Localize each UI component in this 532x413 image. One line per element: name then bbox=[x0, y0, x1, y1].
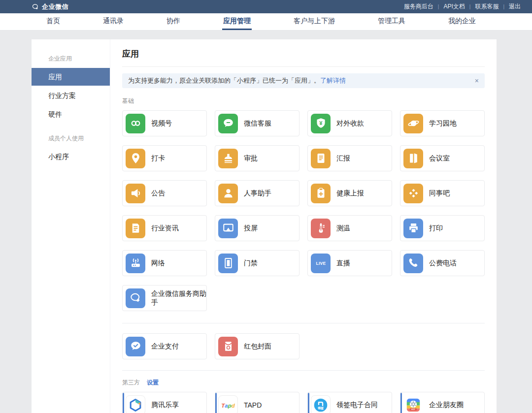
app-card-access-control[interactable]: 门禁 bbox=[215, 250, 299, 276]
app-card-colleague-bar[interactable]: 同事吧 bbox=[400, 180, 485, 206]
app-card-free-call[interactable]: 公费电话 bbox=[400, 250, 485, 276]
tab-collaboration[interactable]: 协作 bbox=[166, 13, 181, 30]
sidebar-item-mini-programs[interactable]: 小程序 bbox=[32, 148, 110, 165]
tab-admin-tools[interactable]: 管理工具 bbox=[377, 13, 406, 30]
app-card-video-channels[interactable]: 视频号 bbox=[122, 110, 207, 136]
person-icon bbox=[218, 184, 238, 203]
shield-yuan-icon: ¥ bbox=[311, 114, 331, 133]
main-panel: 企业应用 应用 行业方案 硬件 成员个人使用 小程序 应用 为支持更多能力，原企… bbox=[32, 39, 497, 413]
app-card-live[interactable]: LIVE 直播 bbox=[307, 250, 392, 276]
wecom-bubble-icon bbox=[126, 288, 145, 308]
phone-icon bbox=[403, 254, 423, 273]
app-card-tencent-lexiang[interactable]: 腾讯乐享 bbox=[122, 392, 207, 413]
tab-home[interactable]: 首页 bbox=[45, 13, 61, 30]
app-card-reports[interactable]: 汇报 bbox=[307, 145, 392, 171]
svg-text:领签: 领签 bbox=[317, 406, 324, 410]
tab-my-company[interactable]: 我的企业 bbox=[447, 13, 477, 30]
sidebar-group-personal-use: 成员个人使用 bbox=[32, 130, 110, 147]
brand-name: 企业微信 bbox=[42, 2, 68, 11]
section-divider bbox=[122, 370, 485, 371]
app-card-enterprise-pay[interactable]: 企业支付 bbox=[122, 333, 207, 359]
third-party-app-grid: 腾讯乐享 Tapd TAPD 领签 领签电子合同 HOT 企业朋友圈 bbox=[122, 392, 485, 413]
notice-text: 为支持更多能力，原企业关联添加的「小程序」已统一为「应用」。 bbox=[128, 76, 320, 85]
svg-text:Tapd: Tapd bbox=[221, 402, 235, 408]
tapd-logo-icon: Tapd bbox=[218, 395, 238, 413]
sidebar-item-apps[interactable]: 应用 bbox=[32, 68, 110, 86]
app-card-wecom-provider-assistant[interactable]: 企业微信服务商助手 bbox=[122, 285, 207, 311]
app-card-print[interactable]: 打印 bbox=[400, 215, 485, 241]
svg-text:HOT: HOT bbox=[411, 408, 416, 410]
third-party-section-label: 第三方 设置 bbox=[122, 379, 485, 387]
open-door-icon bbox=[403, 149, 423, 168]
app-card-check-in[interactable]: 打卡 bbox=[122, 145, 207, 171]
thermometer-icon bbox=[311, 219, 331, 238]
basic-app-grid: 视频号 微信客服 ¥ 对外收款 学习园地 打卡 审批 bbox=[122, 110, 485, 311]
app-card-meeting-room[interactable]: 会议室 bbox=[400, 145, 485, 171]
router-icon bbox=[126, 254, 145, 273]
news-icon bbox=[126, 219, 145, 238]
stamp-icon bbox=[218, 149, 238, 168]
video-channels-icon bbox=[126, 114, 145, 133]
app-card-enterprise-moments[interactable]: HOT 企业朋友圈 bbox=[400, 392, 485, 413]
app-card-external-payment[interactable]: ¥ 对外收款 bbox=[307, 110, 392, 136]
chat-bubble-icon bbox=[218, 114, 238, 133]
app-card-lingqian-contract[interactable]: 领签 领签电子合同 bbox=[307, 392, 392, 413]
wecom-logo-icon bbox=[32, 3, 39, 11]
section-divider bbox=[122, 323, 485, 323]
main-nav: 首页 通讯录 协作 应用管理 客户与上下游 管理工具 我的企业 bbox=[0, 13, 532, 31]
basic-section-label: 基础 bbox=[122, 97, 485, 105]
sidebar-item-hardware[interactable]: 硬件 bbox=[32, 105, 110, 123]
app-card-industry-news[interactable]: 行业资讯 bbox=[122, 215, 207, 241]
close-icon[interactable]: × bbox=[475, 77, 479, 84]
app-card-temperature[interactable]: 测温 bbox=[307, 215, 392, 241]
learn-more-link[interactable]: 了解详情 bbox=[320, 76, 346, 85]
logout-link[interactable]: 退出 bbox=[504, 2, 525, 11]
app-card-hr-assistant[interactable]: 人事助手 bbox=[215, 180, 299, 206]
top-links: 服务商后台| API文档| 联系客服| 退出 bbox=[399, 2, 525, 11]
top-bar: 企业微信 服务商后台| API文档| 联系客服| 退出 bbox=[0, 0, 532, 13]
tab-customers[interactable]: 客户与上下游 bbox=[293, 13, 336, 30]
sidebar-group-enterprise-apps: 企业应用 bbox=[32, 50, 110, 67]
diamonds-icon bbox=[403, 184, 423, 203]
live-icon: LIVE bbox=[311, 254, 331, 273]
payment-app-grid: 企业支付 红包封面 bbox=[122, 333, 485, 359]
page-title: 应用 bbox=[122, 47, 485, 67]
brand: 企业微信 bbox=[32, 2, 68, 11]
app-card-health-report[interactable]: 健康上报 bbox=[307, 180, 392, 206]
notice-bar: 为支持更多能力，原企业关联添加的「小程序」已统一为「应用」。 了解详情 × bbox=[122, 73, 485, 88]
location-pin-icon bbox=[126, 149, 145, 168]
svg-text:LIVE: LIVE bbox=[316, 261, 326, 266]
red-packet-icon bbox=[218, 337, 238, 356]
lingqian-logo-icon: 领签 bbox=[311, 395, 331, 413]
lexiang-hexagon-icon bbox=[126, 395, 145, 413]
sidebar-item-industry-solutions[interactable]: 行业方案 bbox=[32, 87, 110, 104]
planet-icon bbox=[403, 114, 423, 133]
tab-contacts[interactable]: 通讯录 bbox=[102, 13, 125, 30]
contact-support-link[interactable]: 联系客服 bbox=[470, 2, 503, 11]
report-doc-icon bbox=[311, 149, 331, 168]
app-card-wechat-customer-service[interactable]: 微信客服 bbox=[215, 110, 299, 136]
app-card-learning-zone[interactable]: 学习园地 bbox=[400, 110, 485, 136]
health-clipboard-icon bbox=[311, 184, 331, 203]
app-card-announcements[interactable]: 公告 bbox=[122, 180, 207, 206]
api-docs-link[interactable]: API文档 bbox=[439, 2, 469, 11]
screencast-icon bbox=[218, 219, 238, 238]
tab-app-management[interactable]: 应用管理 bbox=[222, 13, 252, 30]
app-card-network[interactable]: 网络 bbox=[122, 250, 207, 276]
app-card-tapd[interactable]: Tapd TAPD bbox=[215, 392, 299, 413]
provider-console-link[interactable]: 服务商后台 bbox=[399, 2, 438, 11]
sidebar: 企业应用 应用 行业方案 硬件 成员个人使用 小程序 bbox=[32, 39, 110, 413]
pay-check-bubble-icon bbox=[126, 337, 145, 356]
app-card-screen-cast[interactable]: 投屏 bbox=[215, 215, 299, 241]
content-area: 应用 为支持更多能力，原企业关联添加的「小程序」已统一为「应用」。 了解详情 ×… bbox=[110, 39, 497, 413]
access-door-icon bbox=[218, 254, 238, 273]
third-party-settings-link[interactable]: 设置 bbox=[147, 379, 159, 387]
svg-text:¥: ¥ bbox=[319, 120, 323, 126]
moments-aperture-icon: HOT bbox=[403, 395, 423, 413]
app-card-red-packet-cover[interactable]: 红包封面 bbox=[215, 333, 299, 359]
printer-icon bbox=[403, 219, 423, 238]
megaphone-icon bbox=[126, 184, 145, 203]
app-card-approval[interactable]: 审批 bbox=[215, 145, 299, 171]
